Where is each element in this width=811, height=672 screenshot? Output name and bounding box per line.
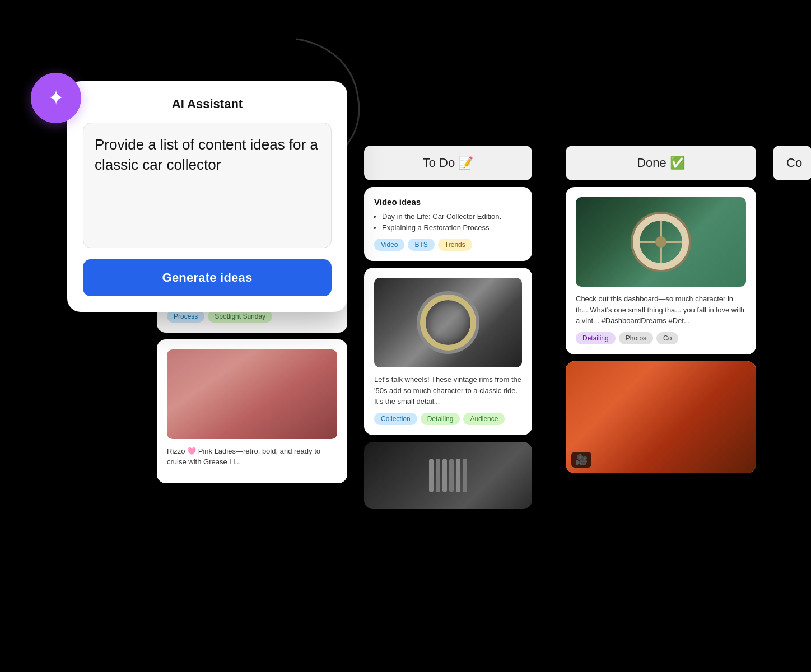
column-done: Done ✅ Check out this dashboard—so much …: [566, 146, 756, 473]
card-video-tags: Video BTS Trends: [374, 239, 522, 251]
card-bullets: Day in the Life: Car Collector Edition. …: [382, 211, 522, 233]
tag-bts: BTS: [408, 239, 434, 251]
ai-panel-title: AI Assistant: [83, 97, 332, 111]
sparkle-icon: ✦: [48, 86, 64, 110]
generate-ideas-button[interactable]: Generate ideas: [83, 259, 332, 296]
tag-detailing-purple: Detailing: [576, 332, 616, 344]
column-todo: To Do 📝 Video ideas Day in the Life: Car…: [364, 146, 532, 509]
tag-photos: Photos: [619, 332, 653, 344]
col-done-header: Done ✅: [566, 146, 756, 180]
card-image-wheel: [374, 278, 522, 367]
tag-trends: Trends: [438, 239, 472, 251]
tag-detailing: Detailing: [421, 413, 460, 425]
tag-collection: Collection: [374, 413, 417, 425]
card-text-dashboard: Check out this dashboard—so much charact…: [576, 293, 746, 326]
card-wheel: Let's talk wheels! These vintage rims fr…: [364, 268, 532, 435]
ai-prompt-input[interactable]: Provide a list of content ideas for a cl…: [83, 123, 332, 248]
card-title-video-ideas: Video ideas: [374, 197, 522, 207]
card-video-ideas: Video ideas Day in the Life: Car Collect…: [364, 187, 532, 261]
bullet-2: Explaining a Restoration Process: [382, 222, 522, 234]
col-todo-header: To Do 📝: [364, 146, 532, 180]
card-dashboard-tags: Detailing Photos Co: [576, 332, 746, 344]
column-right-partial: Co: [773, 146, 811, 180]
card-published-2: Rizzo 🩷 Pink Ladies—retro, bold, and rea…: [157, 339, 347, 483]
bullet-1: Day in the Life: Car Collector Edition.: [382, 211, 522, 222]
card-dashboard: Check out this dashboard—so much charact…: [566, 187, 756, 354]
tag-audience: Audience: [463, 413, 505, 425]
card-image-pink-car: [167, 349, 337, 439]
card-text-rizzo: Rizzo 🩷 Pink Ladies—retro, bold, and rea…: [167, 446, 337, 468]
card-grill: [364, 442, 532, 509]
card-image-orange-car: 🎥: [566, 361, 756, 473]
tag-co: Co: [656, 332, 678, 344]
ai-icon-button[interactable]: ✦: [31, 73, 81, 123]
tag-video: Video: [374, 239, 404, 251]
card-wheel-tags: Collection Detailing Audience: [374, 413, 522, 425]
ai-assistant-panel: AI Assistant Provide a list of content i…: [67, 81, 347, 312]
card-text-wheels: Let's talk wheels! These vintage rims fr…: [374, 374, 522, 407]
card-image-dashboard: [576, 197, 746, 287]
card-orange-car: 🎥: [566, 361, 756, 473]
